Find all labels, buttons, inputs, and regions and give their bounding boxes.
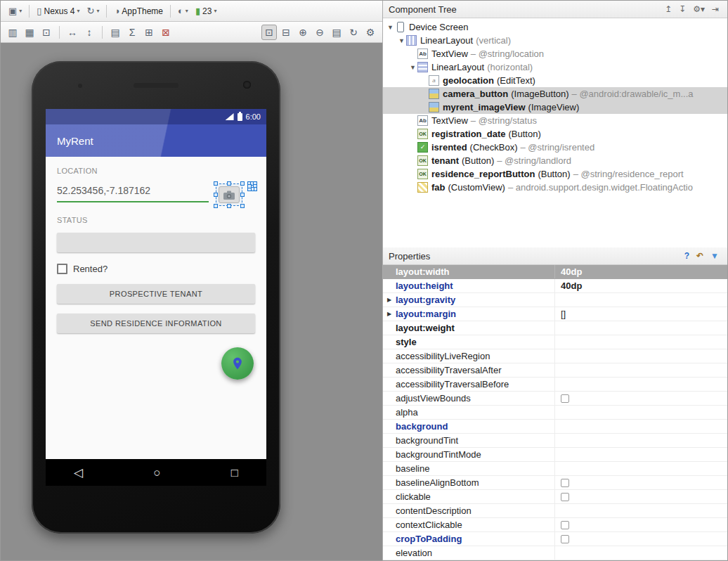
property-value-cell[interactable] [554,546,727,560]
property-row-layout-weight[interactable]: layout:weight [383,321,727,335]
orientation-selector[interactable]: ↻ ▾ [84,5,103,17]
remove-layout-icon[interactable]: ⊠ [158,25,174,40]
recents-button-icon[interactable]: □ [231,467,238,479]
reset-property-icon[interactable]: ↶ [694,251,706,261]
tree-settings-gear-icon[interactable]: ⚙▾ [690,4,708,14]
expand-arrow-icon[interactable]: ▼ [397,37,406,44]
zoom-out-icon[interactable]: ⊖ [312,25,327,40]
locale-selector[interactable]: ◐ ▾ [174,5,192,17]
selection-handle-w[interactable] [214,193,218,197]
back-button-icon[interactable]: ◁ [74,467,83,479]
tree-node-camera-button[interactable]: camera_button(ImageButton)– @android:dra… [383,87,727,101]
property-row-cropToPadding[interactable]: cropToPadding [383,532,727,546]
api-version-selector[interactable]: ▮ 23 ▾ [192,5,221,18]
show-includes-icon[interactable]: ▥ [5,25,20,40]
selection-handle-w[interactable] [247,184,252,188]
zoom-in-icon[interactable]: ⊕ [295,25,311,40]
property-row-baseline[interactable]: baseline [383,462,727,476]
property-value-cell[interactable] [554,448,727,461]
property-row-accessibilityLiveRegion[interactable]: accessibilityLiveRegion [383,349,727,363]
property-row-layout-height[interactable]: layout:height40dp [383,279,727,293]
property-row-accessibilityTraversalBefore[interactable]: accessibilityTraversalBefore [383,378,727,392]
home-button-icon[interactable]: ○ [153,467,160,479]
property-row-backgroundTint[interactable]: backgroundTint [383,434,727,448]
property-value-cell[interactable] [554,462,727,475]
expand-arrow-icon[interactable]: ▶ [387,297,394,303]
property-value-cell[interactable] [554,335,727,349]
property-value-cell[interactable]: 40dp [554,279,727,292]
sum-constraints-icon[interactable]: Σ [124,25,140,40]
clickable-checkbox[interactable] [561,493,569,501]
rented-checkbox[interactable] [57,264,67,274]
tree-node-residence-reportbutton[interactable]: OKresidence_reportButton(Button)– @strin… [383,167,727,181]
expand-all-icon[interactable]: ↥ [662,4,675,14]
property-row-backgroundTintMode[interactable]: backgroundTintMode [383,448,727,462]
selection-handle-ne[interactable] [240,181,245,186]
camera-button-selection[interactable] [216,183,242,206]
fill-vertical-icon[interactable]: ↕ [82,25,97,40]
property-row-accessibilityTraversalAfter[interactable]: accessibilityTraversalAfter [383,363,727,378]
property-row-clickable[interactable]: clickable [383,490,727,504]
property-row-contextClickable[interactable]: contextClickable [383,518,727,532]
property-value-cell[interactable] [554,420,727,433]
property-value-cell[interactable] [554,392,727,405]
selection-handle-sw[interactable] [214,204,218,208]
tree-node-device-screen[interactable]: ▼Device Screen [383,20,727,34]
grid-mode-icon[interactable]: ▦ [22,25,37,40]
theme-selector[interactable]: ◑ AppTheme [110,5,167,18]
design-surface-selector[interactable]: ▣ ▾ [5,5,25,17]
baselineAlignBottom-checkbox[interactable] [561,479,569,487]
property-row-background[interactable]: background [383,420,727,434]
send-residence-information-button[interactable]: SEND RESIDENCE INFORMATION [57,314,255,333]
cropToPadding-checkbox[interactable] [561,535,569,543]
tree-node-linearlayout[interactable]: ▼LinearLayout(vertical) [383,34,727,47]
selection-handle-nw[interactable] [214,181,218,186]
tree-node-linearlayout[interactable]: ▼LinearLayout(horizontal) [383,60,727,74]
property-value-cell[interactable] [554,321,727,335]
camera-imagebutton[interactable] [219,186,240,203]
property-value-cell[interactable] [554,378,727,391]
property-value-cell[interactable]: [] [554,307,727,321]
property-value-cell[interactable]: 40dp [554,265,727,278]
property-row-adjustViewBounds[interactable]: adjustViewBounds [383,392,727,406]
property-row-style[interactable]: style [383,335,727,349]
device-screen[interactable]: 6:00 MyRent LOCATION 52.253456,-7.187162 [46,109,266,486]
linear-columns-icon[interactable]: ▤ [108,25,123,40]
expand-arrow-icon[interactable]: ▼ [408,64,417,71]
property-row-contentDescription[interactable]: contentDescription [383,504,727,518]
adjustViewBounds-checkbox[interactable] [561,394,569,403]
refresh-icon[interactable]: ↻ [346,25,361,40]
prospective-tenant-button[interactable]: PROSPECTIVE TENANT [57,284,255,304]
tree-node-tenant[interactable]: OKtenant(Button)– @string/landlord [383,154,727,167]
tree-node-fab[interactable]: fab(CustomView)– android.support.design.… [383,181,727,194]
property-value-cell[interactable] [554,532,727,546]
property-value-cell[interactable] [554,490,727,503]
tree-node-registration-date[interactable]: OKregistration_date(Button) [383,127,727,141]
zoom-reset-icon[interactable]: ⊟ [278,25,294,40]
property-value-cell[interactable] [554,504,727,517]
property-value-cell[interactable] [554,434,727,447]
selection-handle-n[interactable] [227,181,231,186]
property-row-layout-gravity[interactable]: ▶layout:gravity [383,293,727,307]
contextClickable-checkbox[interactable] [561,521,569,529]
location-label[interactable]: LOCATION [57,167,255,175]
selection-handle-se[interactable] [240,204,245,208]
registration-date-button[interactable] [57,233,255,252]
property-row-layout-width[interactable]: layout:width40dp [383,265,727,279]
design-canvas[interactable]: 6:00 MyRent LOCATION 52.253456,-7.187162 [1,43,382,560]
property-value-cell[interactable] [554,406,727,419]
imageview-selection[interactable] [249,183,255,189]
settings-gear-icon[interactable]: ⚙ [363,25,378,40]
floating-action-button[interactable] [221,347,254,380]
help-icon[interactable]: ? [682,251,692,261]
geolocation-edittext[interactable]: 52.253456,-7.187162 [57,183,209,202]
collapse-all-icon[interactable]: ↧ [676,4,689,14]
zoom-to-fit-icon[interactable]: ⊡ [261,25,277,40]
table-grid-icon[interactable]: ⊞ [141,25,157,40]
property-value-cell[interactable] [554,363,727,377]
property-row-baselineAlignBottom[interactable]: baselineAlignBottom [383,476,727,490]
status-label[interactable]: STATUS [57,216,255,224]
property-value-cell[interactable] [554,476,727,489]
property-row-alpha[interactable]: alpha [383,406,727,420]
expand-arrow-icon[interactable]: ▶ [387,311,394,317]
